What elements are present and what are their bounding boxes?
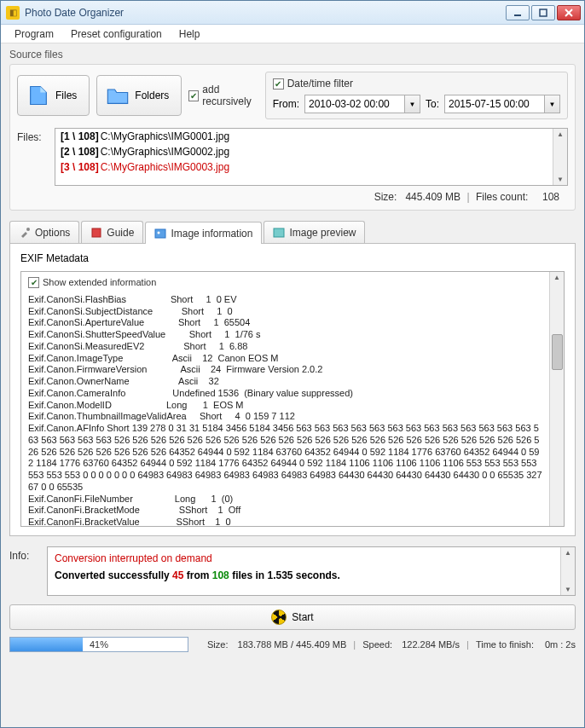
from-label: From: — [273, 98, 299, 110]
start-button[interactable]: Start — [9, 604, 576, 630]
svg-point-6 — [26, 228, 30, 231]
files-button[interactable]: Files — [17, 75, 90, 116]
exif-line: Exif.Canon.ThumbnailImageValidArea Short… — [28, 411, 542, 423]
show-extended-checkbox[interactable]: ✔ Show extended information — [28, 277, 542, 289]
status-speed-label: Speed: — [362, 639, 392, 650]
menu-program[interactable]: Program — [6, 26, 62, 42]
date-filter-panel: ✔ Date/time filter From: 2010-03-02 00:0… — [265, 72, 568, 119]
minimize-button[interactable] — [506, 5, 530, 20]
size-value: 445.409 MB — [405, 191, 460, 203]
exif-line: Exif.CanonFi.FileNumber Long 1 (0) — [28, 494, 542, 506]
scrollbar[interactable]: ▲▼ — [560, 547, 575, 595]
file-path: C:\MyGraphics\IMG0002.jpg — [101, 146, 229, 158]
files-label: Files: — [17, 128, 55, 143]
count-value: 108 — [542, 191, 559, 203]
tab-image-preview[interactable]: Image preview — [264, 221, 365, 243]
svg-point-9 — [158, 231, 160, 234]
tab-options[interactable]: Options — [9, 221, 79, 243]
scrollbar[interactable]: ▲ — [549, 272, 564, 526]
exif-line: Exif.CanonSi.SubjectDistance Short 1 0 — [28, 306, 542, 318]
titlebar: ◧ Photo Date Organizer — [1, 1, 584, 25]
to-label: To: — [426, 98, 439, 110]
book-icon — [90, 227, 102, 239]
source-files-label: Source files — [9, 49, 576, 61]
checkbox-icon: ✔ — [188, 90, 199, 101]
start-label: Start — [292, 611, 313, 623]
status-speed-value: 122.284 MB/s — [402, 639, 460, 650]
close-button[interactable] — [557, 5, 581, 20]
exif-line: Exif.CanonSi.MeasuredEV2 Short 1 6.88 — [28, 341, 542, 353]
list-item[interactable]: [2 \ 108] C:\MyGraphics\IMG0002.jpg — [55, 144, 567, 159]
file-index: [2 \ 108] — [61, 146, 99, 158]
info-box: Conversion interrupted on demand Convert… — [47, 546, 576, 596]
radiation-icon — [271, 610, 287, 625]
window: ◧ Photo Date Organizer Program Preset co… — [0, 0, 585, 728]
statusbar: 41% Size: 183.788 MB / 445.409 MB | Spee… — [9, 637, 576, 652]
tab-panel: EXIF Metadata ✔ Show extended informatio… — [9, 243, 576, 536]
add-recursively-label: add recursively — [202, 84, 264, 107]
tab-guide[interactable]: Guide — [81, 221, 143, 243]
exif-line: Exif.CanonFi.BracketMode SShort 1 Off — [28, 505, 542, 517]
exif-line: Exif.CanonSi.ShutterSpeedValue Short 1 1… — [28, 329, 542, 341]
file-path: C:\MyGraphics\IMG0001.jpg — [101, 130, 229, 142]
app-title: Photo Date Organizer — [25, 7, 506, 19]
tab-label: Image information — [171, 228, 252, 240]
scroll-thumb[interactable] — [552, 334, 563, 370]
exif-line: Exif.Canon.OwnerName Ascii 32 — [28, 376, 542, 388]
count-label: Files count: — [476, 191, 528, 203]
folders-icon — [106, 84, 130, 107]
scrollbar[interactable]: ▲▼ — [553, 129, 567, 185]
from-dropdown-icon[interactable]: ▼ — [405, 95, 420, 113]
size-label: Size: — [374, 191, 397, 203]
status-ttf-label: Time to finish: — [476, 639, 534, 650]
checkbox-icon: ✔ — [28, 277, 39, 288]
file-index: [1 \ 108] — [61, 130, 99, 142]
file-path: C:\MyGraphics\IMG0003.jpg — [101, 161, 229, 173]
from-date-input[interactable]: 2010-03-02 00:00 — [304, 95, 405, 113]
exif-label: EXIF Metadata — [20, 252, 565, 264]
exif-line: Exif.Canon.CameraInfo Undefined 1536 (Bi… — [28, 388, 542, 400]
folders-button-label: Folders — [135, 90, 169, 101]
add-recursively-checkbox[interactable]: ✔ add recursively — [188, 84, 264, 107]
tab-label: Image preview — [289, 227, 356, 239]
menubar: Program Preset configuration Help — [1, 25, 584, 43]
svg-rect-1 — [540, 9, 547, 16]
exif-line: Exif.Canon.FirmwareVersion Ascii 24 Firm… — [28, 364, 542, 376]
tabs: Options Guide Image information Image pr… — [9, 221, 576, 243]
date-filter-checkbox[interactable]: ✔ Date/time filter — [273, 78, 560, 90]
wrench-icon — [19, 227, 31, 239]
to-date-input[interactable]: 2015-07-15 00:00 — [444, 95, 545, 113]
exif-line: Exif.CanonSi.FlashBias Short 1 0 EV — [28, 294, 542, 306]
exif-line: Exif.CanonSi.ApertureValue Short 1 65504 — [28, 317, 542, 329]
folders-button[interactable]: Folders — [96, 75, 182, 116]
list-item[interactable]: [1 \ 108] C:\MyGraphics\IMG0001.jpg — [55, 129, 567, 144]
exif-line: Exif.Canon.AFInfo Short 139 278 0 31 31 … — [28, 423, 542, 494]
checkbox-icon: ✔ — [273, 78, 284, 90]
exif-line: Exif.Canon.ImageType Ascii 12 Canon EOS … — [28, 353, 542, 365]
exif-box: ✔ Show extended information Exif.CanonSi… — [20, 271, 565, 527]
svg-rect-8 — [155, 229, 165, 238]
progress-bar: 41% — [9, 637, 188, 652]
maximize-button[interactable] — [531, 5, 555, 20]
progress-pct: 41% — [10, 638, 188, 651]
info-converted: Converted successfully 45 from 108 files… — [55, 569, 568, 581]
show-extended-label: Show extended information — [43, 277, 156, 289]
exif-line: Exif.CanonFi.BracketValue SShort 1 0 — [28, 517, 542, 527]
exif-line: Exif.Canon.ModelID Long 1 EOS M — [28, 400, 542, 412]
files-button-label: Files — [55, 90, 77, 101]
menu-preset[interactable]: Preset configuration — [62, 26, 171, 42]
tab-image-information[interactable]: Image information — [145, 222, 262, 244]
svg-rect-7 — [92, 228, 101, 237]
file-list[interactable]: [1 \ 108] C:\MyGraphics\IMG0001.jpg [2 \… — [55, 128, 568, 186]
status-ttf-value: 0m : 2s — [545, 639, 576, 650]
tab-label: Options — [35, 227, 70, 239]
to-dropdown-icon[interactable]: ▼ — [545, 95, 560, 113]
menu-help[interactable]: Help — [171, 26, 209, 42]
source-panel: Files Folders ✔ add recursively ✔ Date/t… — [9, 64, 576, 211]
info-label: Info: — [9, 546, 47, 596]
files-icon — [26, 84, 50, 107]
svg-marker-4 — [31, 87, 47, 105]
info-interrupted: Conversion interrupted on demand — [55, 552, 568, 564]
tab-label: Guide — [107, 227, 134, 239]
list-item[interactable]: [3 \ 108] C:\MyGraphics\IMG0003.jpg — [55, 159, 567, 175]
